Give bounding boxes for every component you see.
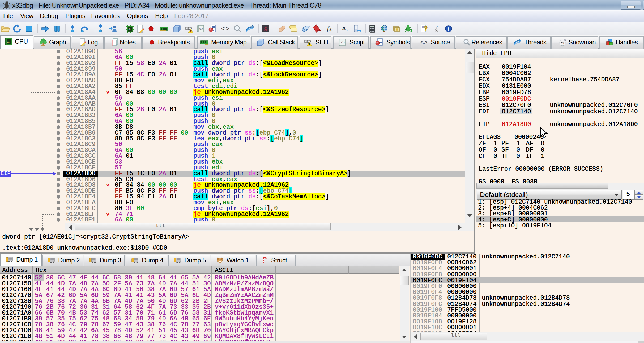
svg-text:A: A	[342, 26, 346, 31]
svg-text:fx: fx	[327, 25, 332, 32]
svg-text:!: !	[309, 43, 310, 46]
svg-text:?: ?	[424, 25, 428, 32]
svg-text:<>: <>	[199, 27, 203, 31]
svg-text:!: !	[190, 30, 191, 33]
svg-text:<>: <>	[341, 41, 344, 44]
svg-text:32: 32	[7, 40, 10, 43]
svg-text:<>: <>	[420, 39, 427, 46]
svg-text:i: i	[448, 26, 449, 32]
svg-text:?: ?	[436, 24, 438, 29]
svg-text:<>: <>	[221, 25, 229, 33]
svg-text:32: 32	[128, 27, 131, 30]
svg-text:S: S	[264, 26, 267, 32]
svg-text:z: z	[346, 28, 348, 32]
